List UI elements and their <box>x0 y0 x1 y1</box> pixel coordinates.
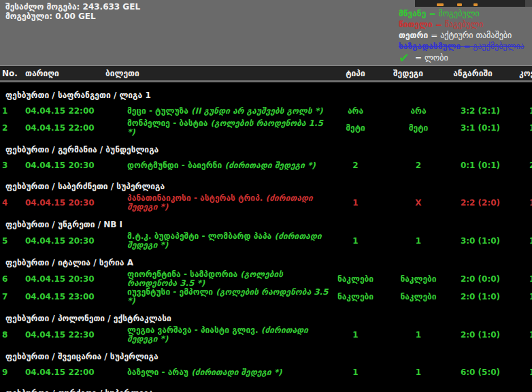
coefficient-clipped: 1 <box>507 293 532 301</box>
match-date: 04.04.15 23:00 <box>24 293 105 301</box>
header-result: შედეგი <box>378 69 439 78</box>
bet-summary: შესაძლო მოგება: 243.633 GEL მოგებული: 0.… <box>5 2 140 21</box>
league-name: ფეხბურთი / გერმანია / ბუნდესლიგა <box>0 145 532 157</box>
bet-row: 604.04.15 20:30ფიორენტინა - სამპდორია (გ… <box>0 270 532 288</box>
match-score: 0:1 (0:1) <box>439 161 507 170</box>
clipped-tab-text-fragment <box>473 3 478 6</box>
bet-type: 1 <box>333 237 378 246</box>
row-number: 1 <box>0 107 24 116</box>
coefficient-clipped: 1 <box>507 331 532 340</box>
league-name: ფეხბურთი / საბერძნეთი / სუპერლიგა <box>0 182 532 194</box>
won-line: მოგებული: 0.00 GEL <box>5 12 140 21</box>
bet-result: არა <box>378 107 439 116</box>
won-value: 0.00 GEL <box>55 12 95 21</box>
header-ticket: ბილეთი <box>105 69 333 78</box>
possible-win-label: შესაძლო მოგება: <box>5 2 80 12</box>
bet-row: 904.04.15 22:00ბაზელი - არაუ (ძირითადი შ… <box>0 364 532 380</box>
possible-win-line: შესაძლო მოგება: 243.633 GEL <box>5 2 140 12</box>
match-name: პანათინაიკოსი - ასტერას ტრიპ. (ძირითადი … <box>105 194 333 212</box>
legend-lobby: ✔ = ლობი <box>399 52 525 63</box>
match-score: 3:2 (2:1) <box>439 107 507 116</box>
clipped-top-tab-bar[interactable] <box>415 0 525 7</box>
coefficient-clipped: 1 <box>507 237 532 246</box>
row-number: 4 <box>0 199 24 208</box>
bet-row: 204.04.15 22:00მონპელიე - ბასტია (გოლები… <box>0 119 532 137</box>
bet-type: 2 <box>333 161 378 170</box>
bet-result: მეტი <box>378 124 439 133</box>
bet-row: 104.04.15 22:00მეცი - ტულუზა (II გუნდი ა… <box>0 103 532 119</box>
match-date: 04.04.15 20:30 <box>24 161 105 170</box>
bet-market-note: (II გუნდი არ გაუშვებს გოლს *) <box>191 107 323 116</box>
bet-type: მეტი <box>333 124 378 133</box>
coefficient-clipped: 1 <box>507 107 532 116</box>
league-name: ფეხბურთი / პოლონეთი / ექსტრაკლასი <box>0 314 532 326</box>
row-number: 9 <box>0 368 24 377</box>
bet-type: ნაკლები <box>333 293 378 301</box>
bet-type: არა <box>333 107 378 116</box>
match-date: 04.04.15 22:30 <box>24 331 105 340</box>
match-name: მეცი - ტულუზა (II გუნდი არ გაუშვებს გოლს… <box>105 107 333 116</box>
match-date: 04.04.15 22:00 <box>24 368 105 377</box>
won-label: მოგებული: <box>5 12 52 21</box>
match-date: 04.04.15 20:30 <box>24 275 105 284</box>
clipped-top-bar-corner <box>525 0 532 7</box>
bet-type: 1 <box>333 331 378 340</box>
teams-label: იუვენტუსი - ემპოლი <box>127 288 213 297</box>
clipped-tab-text-fragment <box>457 3 462 6</box>
teams-label: ბაზელი - არაუ <box>127 368 188 377</box>
league-group-header: ფეხბურთი / საბერძნეთი / სუპერლიგა <box>0 174 532 194</box>
league-group-header: ფეხბურთი / გერმანია / ბუნდესლიგა <box>0 137 532 157</box>
match-name: ლეგია ვარშავა - პიასტი გლივ. (ძირითადი შ… <box>105 326 333 344</box>
row-number: 6 <box>0 275 24 284</box>
match-name: იუვენტუსი - ემპოლი (გოლების რაოდენობა 3.… <box>105 288 333 306</box>
match-name: ბაზელი - არაუ (ძირითადი შედეგი *) <box>105 368 333 377</box>
bet-type: 1 <box>333 199 378 208</box>
row-number: 8 <box>0 331 24 340</box>
match-score: 6:0 (5:0) <box>439 368 507 377</box>
bet-market-note: (ძირითადი შედეგი *) <box>225 161 315 170</box>
match-score: 3:1 (0:1) <box>439 124 507 133</box>
color-legend: მწვანე = მოგებული წითელი = წაგებული თეთრ… <box>399 8 525 63</box>
header-type: ტიპი <box>333 69 378 78</box>
legend-lost: წითელი = წაგებული <box>399 19 525 30</box>
bet-type: ნაკლები <box>333 275 378 284</box>
league-group-header: ფეხბურთი / უნგრეთი / NB I <box>0 212 532 232</box>
legend-won: მწვანე = მოგებული <box>399 8 525 19</box>
league-name: ფეხბურთი / უნგრეთი / NB I <box>0 220 532 232</box>
header-coefficient: კოეფ. <box>507 69 532 78</box>
bet-type: 1 <box>333 368 378 377</box>
row-number: 2 <box>0 124 24 133</box>
league-name: ფეხბურთი / საფრანგეთი / ლიგა 1 <box>0 91 532 103</box>
bet-row: 704.04.15 23:00იუვენტუსი - ემპოლი (გოლებ… <box>0 288 532 306</box>
teams-label: მონპელიე - ბასტია <box>127 119 207 128</box>
match-date: 04.04.15 22:00 <box>24 124 105 133</box>
legend-active: თეთრი = აქტიური თამაშები <box>399 30 525 41</box>
teams-label: დორტმუნდი - ბაიერნი <box>127 161 222 170</box>
match-score: 2:0 (1:0) <box>439 331 507 340</box>
bet-result: ნაკლები <box>378 275 439 284</box>
header-date: თარიღი <box>24 69 105 78</box>
bet-row: 404.04.15 20:30პანათინაიკოსი - ასტერას ტ… <box>0 194 532 212</box>
header-no: No. <box>0 69 24 78</box>
bet-result: 2 <box>378 161 439 170</box>
table-header-row: No. თარიღი ბილეთი ტიპი შედეგი ანგარიში კ… <box>0 65 532 82</box>
match-date: 04.04.15 22:00 <box>24 107 105 116</box>
coefficient-clipped: 1 <box>507 124 532 133</box>
match-name: ფიორენტინა - სამპდორია (გოლების რაოდენობ… <box>105 270 333 288</box>
coefficient-clipped: 1 <box>507 368 532 377</box>
teams-label: მეცი - ტულუზა <box>127 107 188 116</box>
league-name: ფეხბურთი / თურქეთი / სუპერლიგა <box>0 389 532 392</box>
coefficient-clipped: 1 <box>507 275 532 284</box>
bet-result: 1 <box>378 331 439 340</box>
league-group-header: ფეხბურთი / თურქეთი / სუპერლიგა <box>0 380 532 392</box>
league-name: ფეხბურთი / იტალია / სერია A <box>0 258 532 270</box>
league-group-header: ფეხბურთი / საფრანგეთი / ლიგა 1 <box>0 82 532 103</box>
match-score: 3:0 (1:0) <box>439 237 507 246</box>
bet-market-note: (ძირითადი შედეგი *) <box>191 368 282 377</box>
bet-result: 1 <box>378 368 439 377</box>
bet-result: ნაკლები <box>378 293 439 301</box>
match-score: 2:0 (1:0) <box>439 293 507 301</box>
match-name: მ.ტ.კ. ბუდაპეშტი - ლომბარდ პაპა (ძირითად… <box>105 232 333 250</box>
possible-win-value: 243.633 GEL <box>83 2 141 12</box>
match-name: დორტმუნდი - ბაიერნი (ძირითადი შედეგი *) <box>105 161 333 170</box>
